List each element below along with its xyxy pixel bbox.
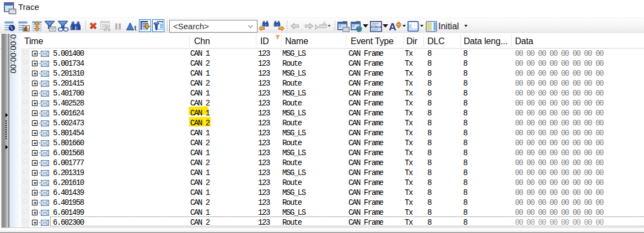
svg-text:t: t	[135, 23, 137, 31]
svg-text:A: A	[389, 21, 396, 32]
